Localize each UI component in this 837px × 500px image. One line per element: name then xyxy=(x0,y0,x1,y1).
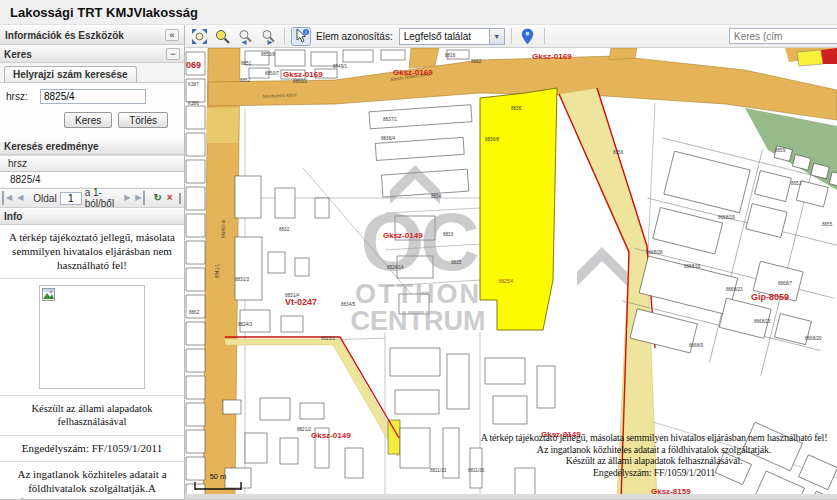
identify-mode-value: Legfelső találat xyxy=(400,31,489,42)
results-header: Keresés eredménye xyxy=(0,138,184,155)
svg-text:8668/23: 8668/23 xyxy=(726,287,743,292)
svg-text:8825/4: 8825/4 xyxy=(499,279,513,284)
map-bottom-strip xyxy=(185,494,837,500)
svg-text:8834/5: 8834/5 xyxy=(341,302,355,307)
svg-text:8850/8: 8850/8 xyxy=(261,52,275,57)
broken-image-placeholder xyxy=(39,285,145,389)
hrsz-input[interactable] xyxy=(40,89,146,104)
svg-text:8852: 8852 xyxy=(240,78,251,83)
pager-last-icon[interactable]: ▶ xyxy=(133,191,145,205)
clear-filter-icon[interactable]: × xyxy=(165,191,175,205)
svg-text:8850/2: 8850/2 xyxy=(293,79,307,84)
svg-text:8668/16: 8668/16 xyxy=(684,264,701,269)
svg-text:Vt-0247: Vt-0247 xyxy=(285,297,317,307)
svg-text:8811/33: 8811/33 xyxy=(430,468,447,473)
svg-text:Gksz-0169: Gksz-0169 xyxy=(393,68,433,77)
svg-text:Gksz-0149: Gksz-0149 xyxy=(311,431,351,440)
zoom-box-button[interactable] xyxy=(212,27,232,46)
map-toolbar: i Elem azonosítás: Legfelső találat ▼ xyxy=(185,25,837,48)
pager-page-input[interactable] xyxy=(60,192,82,205)
svg-text:8836/8: 8836/8 xyxy=(485,137,499,142)
sidebar-header-label: Információk és Eszközök xyxy=(5,30,124,41)
title-bar: Lakossági TRT KMJVlakosság xyxy=(0,0,837,25)
svg-text:i: i xyxy=(305,29,306,34)
svg-text:8668/7: 8668/7 xyxy=(778,281,792,286)
search-panel-header[interactable]: Keres − xyxy=(0,45,184,63)
info-land-office: Az ingatlanok közhiteles adatait a földh… xyxy=(0,462,184,500)
pager-of-label: a 1-ból/ből xyxy=(83,187,116,209)
svg-text:8823/1: 8823/1 xyxy=(321,336,335,341)
svg-text:8656: 8656 xyxy=(613,150,624,155)
search-button[interactable]: Keres xyxy=(64,112,112,128)
results-column-header[interactable]: hrsz xyxy=(0,155,184,172)
svg-text:8836/4: 8836/4 xyxy=(381,136,395,141)
collapse-minus-icon[interactable]: − xyxy=(166,48,180,60)
svg-text:8836: 8836 xyxy=(511,106,522,111)
svg-text:Gksz-0169: Gksz-0169 xyxy=(532,52,572,61)
zoom-extent-button[interactable] xyxy=(189,27,209,46)
svg-text:8849/1: 8849/1 xyxy=(333,64,347,69)
svg-text:8835: 8835 xyxy=(451,260,462,265)
sidebar-collapse-icon[interactable]: « xyxy=(165,29,179,41)
svg-text:8821/2: 8821/2 xyxy=(297,427,311,432)
tab-helyrajzi-szam-keresese[interactable]: Helyrajzi szám keresése xyxy=(4,66,137,82)
svg-text:K387: K387 xyxy=(188,82,199,87)
svg-text:K386: K386 xyxy=(188,101,199,106)
zoom-extent-icon xyxy=(191,28,208,45)
svg-text:8818: 8818 xyxy=(445,53,456,58)
identify-pointer-icon: i xyxy=(293,28,310,45)
svg-text:8655: 8655 xyxy=(822,222,833,227)
pager-first-icon[interactable]: ◀ xyxy=(2,191,14,205)
identify-tool-button[interactable]: i xyxy=(291,27,311,46)
results-title: Keresés eredménye xyxy=(4,141,99,152)
svg-text:8668/28: 8668/28 xyxy=(646,250,663,255)
svg-text:CENTRUM: CENTRUM xyxy=(351,306,486,336)
map-area: i Elem azonosítás: Legfelső találat ▼ xyxy=(185,25,837,500)
svg-text:8811/36: 8811/36 xyxy=(468,468,485,473)
zoom-next-button[interactable] xyxy=(258,27,278,46)
info-header: Info xyxy=(0,208,184,225)
zoom-previous-button[interactable] xyxy=(235,27,255,46)
svg-text:Gksz-0169: Gksz-0169 xyxy=(283,70,323,79)
new-document-icon[interactable] xyxy=(179,193,181,204)
svg-text:8668/19: 8668/19 xyxy=(718,215,735,220)
zoom-box-icon xyxy=(214,28,231,45)
land-office-text: Az ingatlanok közhiteles adatait a földh… xyxy=(17,468,166,500)
pager-prev-icon[interactable]: ◀ xyxy=(15,191,25,205)
svg-text:8668/20: 8668/20 xyxy=(805,336,822,341)
svg-text:50 m: 50 m xyxy=(210,472,227,481)
svg-text:8862: 8862 xyxy=(189,310,200,315)
map-search-input[interactable] xyxy=(729,28,837,44)
svg-text:8668/25: 8668/25 xyxy=(754,319,771,324)
map-canvas[interactable]: OC OTTHON CENTRUM Mindszenti körútKároly… xyxy=(185,48,837,500)
application-window: Lakossági TRT KMJVlakosság Információk é… xyxy=(0,0,837,500)
pager-next-icon[interactable]: ▶ xyxy=(122,191,132,205)
svg-text:8851: 8851 xyxy=(241,61,252,66)
page-title: Lakossági TRT KMJVlakosság xyxy=(10,5,198,20)
hrsz-field-label: hrsz: xyxy=(6,91,40,102)
svg-text:OC: OC xyxy=(361,196,478,287)
svg-text:8831/3: 8831/3 xyxy=(235,277,249,282)
refresh-icon[interactable]: ↻ xyxy=(151,191,163,205)
table-row[interactable]: 8825/4 xyxy=(0,172,184,188)
highlighted-parcel-8825-4[interactable] xyxy=(480,88,557,330)
svg-text:8668/9: 8668/9 xyxy=(689,343,703,348)
chevron-down-icon[interactable]: ▼ xyxy=(489,29,504,44)
zoom-next-icon xyxy=(260,28,277,45)
sidebar-header: Információk és Eszközök « xyxy=(0,25,184,45)
svg-text:8659: 8659 xyxy=(775,148,786,153)
marker-tool-button[interactable] xyxy=(518,27,538,46)
svg-text:8837/1: 8837/1 xyxy=(383,117,397,122)
svg-text:8850/7: 8850/7 xyxy=(265,71,279,76)
identify-label: Elem azonosítás: xyxy=(316,31,393,42)
identify-mode-select[interactable]: Legfelső találat ▼ xyxy=(399,28,505,45)
svg-text:8841/1: 8841/1 xyxy=(215,264,220,278)
broken-image-icon xyxy=(42,288,55,301)
zoom-previous-icon xyxy=(237,28,254,45)
search-panel-title: Keres xyxy=(4,49,32,60)
results-pager: ◀ ◀ Oldal a 1-ból/ből ▶ ▶ ↻ × xyxy=(0,188,184,208)
svg-text:8826/14: 8826/14 xyxy=(387,265,404,270)
svg-text:Gip-8059: Gip-8059 xyxy=(751,292,789,302)
svg-text:Matkói út: Matkói út xyxy=(221,219,226,238)
clear-button[interactable]: Törlés xyxy=(118,112,168,128)
